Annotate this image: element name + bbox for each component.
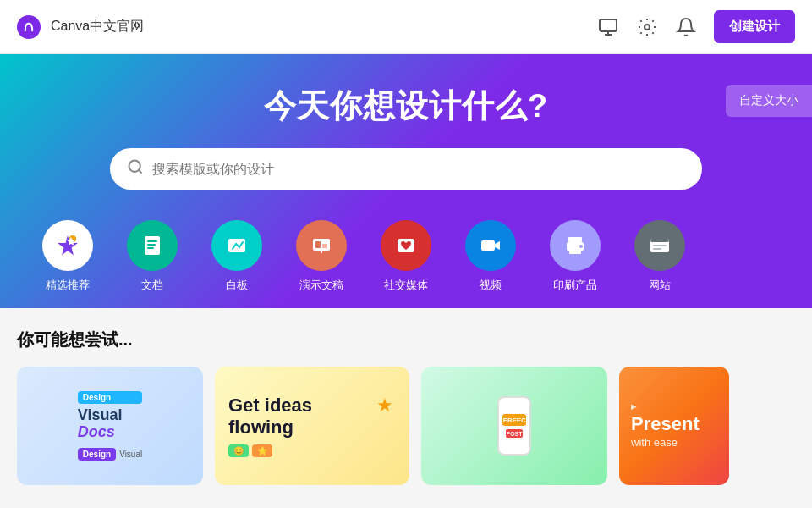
svg-rect-6 [147,240,157,242]
category-presentation[interactable]: 演示文稿 [279,213,364,300]
svg-point-2 [645,25,650,30]
card-docs-sub: Visual [119,450,142,459]
category-featured-label: 精选推荐 [46,278,90,293]
category-print-icon [550,220,601,271]
bell-icon[interactable] [675,16,697,38]
category-video[interactable]: 视频 [448,213,533,300]
category-print[interactable]: 印刷产品 [533,213,617,300]
card-docs[interactable]: Design VisualDocs Design Visual [17,367,203,485]
card-social[interactable]: PERFECT POST [421,367,607,485]
canva-logo-icon [17,15,41,39]
svg-point-0 [17,15,41,39]
search-input[interactable] [152,162,685,177]
header-right: 创建设计 [597,10,795,43]
phone-mockup: PERFECT POST [497,396,531,456]
category-presentation-icon [296,220,347,271]
customize-size-button[interactable]: 自定义大小 [726,85,812,117]
category-featured-icon [42,220,93,271]
post-label: POST [506,431,522,437]
star-decoration-icon: ★ [376,395,393,417]
search-icon [127,158,144,179]
card-docs-tag1: Design [78,391,142,404]
svg-rect-16 [568,237,582,242]
settings-icon[interactable] [636,16,658,38]
card-ideas[interactable]: Get ideasflowing ★ 😊 ⭐ [215,367,409,485]
svg-rect-7 [147,244,156,246]
svg-rect-12 [322,244,327,248]
create-design-button[interactable]: 创建设计 [714,10,795,43]
try-section: 你可能想尝试... Design VisualDocs Design Visua… [0,308,812,485]
category-website-label: 网站 [649,278,671,293]
card-docs-tag2: Design [78,448,116,461]
category-print-label: 印刷产品 [553,278,597,293]
category-social-icon [381,220,431,271]
svg-rect-22 [653,245,667,246]
card-docs-main: VisualDocs [78,407,142,441]
search-bar [110,148,702,190]
card-ideas-smiley: 😊 [228,444,249,457]
card-present-eyebrow: ▶ [631,403,700,411]
hero-title: 今天你想设计什么? [17,85,795,128]
svg-rect-8 [147,247,154,249]
category-video-icon [465,220,516,271]
card-present-subtitle: with ease [631,436,700,449]
category-docs-label: 文档 [141,278,163,293]
category-docs[interactable]: 文档 [110,213,195,300]
monitor-icon[interactable] [597,16,619,38]
svg-point-19 [579,245,583,248]
card-present[interactable]: ▶ Present with ease [619,367,729,485]
hero-section: 自定义大小 今天你想设计什么? 精选推荐 [0,54,812,308]
svg-rect-11 [315,241,321,248]
category-featured[interactable]: 精选推荐 [25,213,110,300]
svg-rect-23 [653,248,661,250]
svg-point-3 [129,161,140,172]
site-title: Canva中文官网 [51,18,144,36]
cards-row: Design VisualDocs Design Visual Get idea… [17,367,795,485]
card-ideas-text: Get ideasflowing [228,395,312,438]
svg-rect-21 [650,239,669,242]
header: Canva中文官网 创建设计 [0,0,812,54]
category-whiteboard-label: 白板 [226,278,248,293]
svg-rect-15 [481,240,495,251]
svg-rect-1 [600,19,617,31]
category-video-label: 视频 [480,278,502,293]
category-website[interactable]: 网站 [617,213,702,300]
categories-row: 精选推荐 文档 白板 [17,213,795,300]
category-whiteboard[interactable]: 白板 [195,213,279,300]
category-social-label: 社交媒体 [384,278,428,293]
svg-rect-18 [569,249,581,254]
category-website-icon [634,220,685,271]
category-presentation-label: 演示文稿 [299,278,343,293]
section-title: 你可能想尝试... [17,329,795,351]
logo [17,15,41,39]
category-docs-icon [127,220,178,271]
card-present-title: Present [631,414,700,434]
category-whiteboard-icon [211,220,262,271]
header-left: Canva中文官网 [17,15,144,39]
category-social[interactable]: 社交媒体 [364,213,448,300]
perfect-label: PERFECT [498,417,529,424]
card-ideas-star-badge: ⭐ [252,444,272,457]
